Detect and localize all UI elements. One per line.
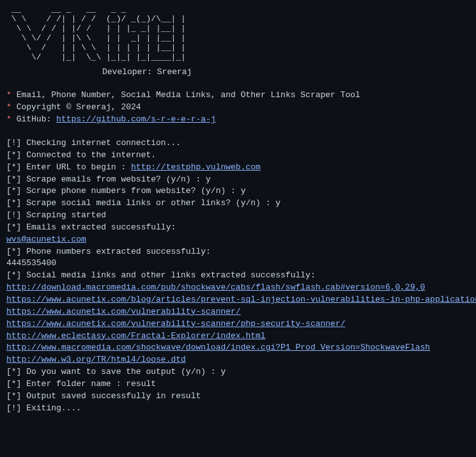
links-extracted-label: [*] Social media links and other links e… xyxy=(6,270,470,282)
github-link[interactable]: https://github.com/s-r-e-e-r-a-j xyxy=(56,114,216,124)
copyright: * Copyright © Sreeraj, 2024 xyxy=(6,102,470,114)
save-prompt: [*] Do you want to save the output (y/n)… xyxy=(6,366,470,378)
terminal-output: [!] Checking internet connection... [*] … xyxy=(6,137,470,414)
ascii-banner: __ __ _ __ _ _ \ \ / /| | / / (_)/ _(_)/… xyxy=(6,5,470,63)
emails-extracted-label: [*] Emails extracted successfully: xyxy=(6,222,470,234)
email-link[interactable]: wvs@acunetix.com xyxy=(6,235,86,244)
connected-status: [*] Connected to the internet. xyxy=(6,150,470,162)
result-link-5: http://www.eclectasy.com/Fractal-Explore… xyxy=(6,330,470,343)
extracted-link[interactable]: https://www.acunetix.com/blog/articles/p… xyxy=(6,295,476,304)
exiting: [!] Exiting.... xyxy=(6,403,470,415)
checking-connection: [!] Checking internet connection... xyxy=(6,137,470,150)
extracted-link[interactable]: https://www.acunetix.com/vulnerability-s… xyxy=(6,319,346,329)
email-result: wvs@acunetix.com xyxy=(6,234,470,246)
saved-success: [*] Output saved successfully in result xyxy=(6,391,470,403)
phone-result: 4445535400 xyxy=(6,258,470,270)
scrape-emails-prompt: [*] Scrape emails from website? (y/n) : … xyxy=(6,174,470,186)
github-line: * GitHub: https://github.com/s-r-e-e-r-a… xyxy=(6,114,470,126)
extracted-link[interactable]: http://www.w3.org/TR/html4/loose.dtd xyxy=(6,355,186,364)
extracted-link[interactable]: http://www.macromedia.com/shockwave/down… xyxy=(6,343,430,352)
extracted-link[interactable]: http://www.eclectasy.com/Fractal-Explore… xyxy=(6,331,266,341)
result-link-4: https://www.acunetix.com/vulnerability-s… xyxy=(6,318,470,330)
developer-credit: Developer: Sreeraj xyxy=(102,66,470,79)
folder-prompt: [*] Enter folder name : result xyxy=(6,378,470,391)
scrape-links-prompt: [*] Scrape social media links or other l… xyxy=(6,198,470,210)
phones-extracted-label: [*] Phone numbers extracted successfully… xyxy=(6,246,470,258)
url-prompt: [*] Enter URL to begin : http://testphp.… xyxy=(6,162,470,174)
result-link-7: http://www.w3.org/TR/html4/loose.dtd xyxy=(6,354,470,366)
extracted-link[interactable]: https://www.acunetix.com/vulnerability-s… xyxy=(6,307,241,316)
tool-description: * Email, Phone Number, Social Media Link… xyxy=(6,89,470,102)
result-link-1: http://download.macromedia.com/pub/shock… xyxy=(6,282,470,294)
scrape-phones-prompt: [*] Scrape phone numbers from website? (… xyxy=(6,185,470,198)
scraping-started: [!] Scraping started xyxy=(6,210,470,222)
target-url-link[interactable]: http://testphp.vulnweb.com xyxy=(131,162,261,172)
result-link-6: http://www.macromedia.com/shockwave/down… xyxy=(6,342,470,354)
result-link-2: https://www.acunetix.com/blog/articles/p… xyxy=(6,294,470,306)
result-link-3: https://www.acunetix.com/vulnerability-s… xyxy=(6,306,470,318)
info-block: * Email, Phone Number, Social Media Link… xyxy=(6,89,470,126)
extracted-link[interactable]: http://download.macromedia.com/pub/shock… xyxy=(6,283,425,292)
